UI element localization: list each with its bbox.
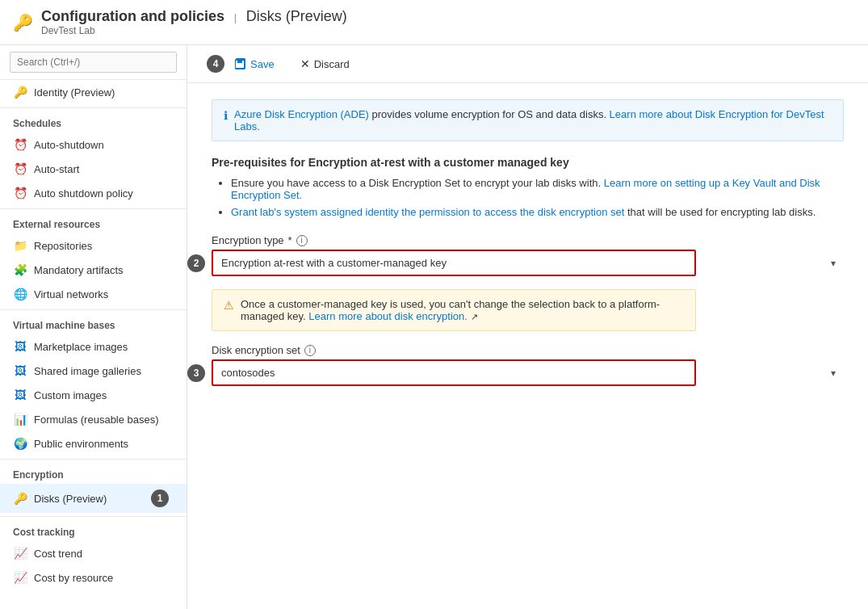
section-title-external-resources: External resources xyxy=(0,208,187,233)
prereq-list: Ensure you have access to a Disk Encrypt… xyxy=(212,177,844,218)
header-subtitle: DevTest Lab xyxy=(41,25,347,36)
sidebar-item-disks-preview-label: Disks (Preview) xyxy=(34,493,107,505)
header-title-block: Configuration and policies | Disks (Prev… xyxy=(41,8,347,36)
sidebar-item-auto-shutdown-policy-label: Auto shutdown policy xyxy=(34,187,133,200)
disk-encryption-set-field: Disk encryption set i 3 contosodes ▾ xyxy=(212,344,844,386)
header-title-sub: Disks (Preview) xyxy=(246,8,347,24)
section-title-vm-bases: Virtual machine bases xyxy=(0,309,187,334)
disk-encryption-set-info-icon[interactable]: i xyxy=(304,345,316,356)
custom-images-icon: 🖼 xyxy=(13,388,27,401)
encryption-type-label: Encryption type * i xyxy=(212,234,844,246)
sidebar-item-public-environments[interactable]: 🌍 Public environments xyxy=(0,431,187,456)
warning-learn-more-link[interactable]: Learn more about disk encryption. xyxy=(308,310,468,322)
sidebar-item-auto-shutdown-label: Auto-shutdown xyxy=(34,139,104,151)
prereq-item-1: Ensure you have access to a Disk Encrypt… xyxy=(231,177,844,201)
auto-shutdown-icon: ⏰ xyxy=(13,138,27,151)
save-label: Save xyxy=(250,58,275,70)
encryption-type-field: Encryption type * i 2 Encryption at-rest… xyxy=(212,234,844,276)
sidebar-item-disks-preview[interactable]: 🔑 Disks (Preview) 1 xyxy=(0,484,187,513)
discard-button[interactable]: ✕ Discard xyxy=(294,54,356,74)
auto-start-icon: ⏰ xyxy=(13,162,27,175)
prereq-title: Pre-requisites for Encryption at-rest wi… xyxy=(212,156,844,169)
section-title-schedules: Schedules xyxy=(0,107,187,132)
discard-label: Discard xyxy=(314,58,350,70)
sidebar-item-auto-shutdown-policy[interactable]: ⏰ Auto shutdown policy xyxy=(0,181,187,205)
save-button[interactable]: 4 Save xyxy=(200,52,281,76)
sidebar-item-mandatory-artifacts-label: Mandatory artifacts xyxy=(34,264,124,276)
sidebar-item-auto-shutdown[interactable]: ⏰ Auto-shutdown xyxy=(0,132,187,157)
warning-icon: ⚠ xyxy=(224,299,234,312)
sidebar-item-formulas-label: Formulas (reusable bases) xyxy=(34,414,159,426)
header-title-main: Configuration and policies xyxy=(41,8,224,24)
marketplace-images-icon: 🖼 xyxy=(13,340,27,353)
toolbar: 4 Save ✕ Discard xyxy=(187,45,868,83)
sidebar-item-virtual-networks[interactable]: 🌐 Virtual networks xyxy=(0,282,187,306)
warning-box: ⚠ Once a customer-managed key is used, y… xyxy=(212,289,696,331)
top-header: 🔑 Configuration and policies | Disks (Pr… xyxy=(0,0,868,45)
prereq-item-2: Grant lab's system assigned identity the… xyxy=(231,206,844,218)
external-link-icon: ↗ xyxy=(471,312,478,321)
info-banner: ℹ Azure Disk Encryption (ADE) provides v… xyxy=(212,99,844,141)
disk-encryption-set-chevron-icon: ▾ xyxy=(831,368,836,379)
step-1-badge: 1 xyxy=(151,489,169,507)
disks-preview-icon: 🔑 xyxy=(13,492,27,505)
encryption-type-info-icon[interactable]: i xyxy=(296,235,308,246)
virtual-networks-icon: 🌐 xyxy=(13,288,27,300)
sidebar-item-marketplace-images-label: Marketplace images xyxy=(34,341,128,353)
sidebar-item-marketplace-images[interactable]: 🖼 Marketplace images xyxy=(0,334,187,359)
disk-encryption-set-select[interactable]: contosodes xyxy=(212,359,696,386)
sidebar-item-repositories[interactable]: 📁 Repositories xyxy=(0,233,187,258)
sidebar-item-shared-image-galleries[interactable]: 🖼 Shared image galleries xyxy=(0,359,187,383)
sidebar-item-identity[interactable]: 🔑 Identity (Preview) xyxy=(0,80,187,104)
disk-encryption-set-label-text: Disk encryption set xyxy=(212,344,300,356)
mandatory-artifacts-icon: 🧩 xyxy=(13,263,27,276)
section-title-cost-tracking: Cost tracking xyxy=(0,516,187,541)
formulas-icon: 📊 xyxy=(13,413,27,426)
discard-icon: ✕ xyxy=(300,57,310,70)
page-body: ℹ Azure Disk Encryption (ADE) provides v… xyxy=(187,83,868,609)
sidebar-item-cost-by-resource[interactable]: 📈 Cost by resource xyxy=(0,565,187,590)
section-title-encryption: Encryption xyxy=(0,459,187,484)
sidebar-item-identity-label: Identity (Preview) xyxy=(34,86,115,99)
info-middle-text: provides volume encryption for OS and da… xyxy=(372,108,610,120)
content-wrapper: 🔑 Identity (Preview) Schedules ⏰ Auto-sh… xyxy=(0,45,868,609)
sidebar-item-public-environments-label: Public environments xyxy=(34,438,128,450)
sidebar-item-auto-start[interactable]: ⏰ Auto-start xyxy=(0,157,187,181)
info-banner-text: Azure Disk Encryption (ADE) provides vol… xyxy=(234,108,832,132)
header-key-icon: 🔑 xyxy=(13,13,33,32)
sidebar-item-repositories-label: Repositories xyxy=(34,240,92,252)
sidebar-item-custom-images-label: Custom images xyxy=(34,389,107,401)
main-content: 4 Save ✕ Discard ℹ Azure Disk Encryption… xyxy=(187,45,868,609)
step-2-badge: 2 xyxy=(187,254,205,272)
public-environments-icon: 🌍 xyxy=(13,437,27,450)
prereq-1-text-before: Ensure you have access to a Disk Encrypt… xyxy=(231,177,604,189)
search-input[interactable] xyxy=(10,52,177,73)
encryption-type-chevron-icon: ▾ xyxy=(831,258,836,269)
sidebar-item-shared-image-galleries-label: Shared image galleries xyxy=(34,365,141,377)
cost-trend-icon: 📈 xyxy=(13,547,27,560)
prereq-2-link[interactable]: Grant lab's system assigned identity the… xyxy=(231,206,624,218)
step-4-badge: 4 xyxy=(207,55,224,73)
disk-encryption-set-select-wrapper: 3 contosodes ▾ xyxy=(212,359,844,386)
info-icon: ℹ xyxy=(224,109,228,122)
ade-link[interactable]: Azure Disk Encryption (ADE) xyxy=(234,108,369,120)
encryption-type-select[interactable]: Encryption at-rest with a platform-manag… xyxy=(212,250,696,276)
sidebar-search-container[interactable] xyxy=(0,45,187,80)
sidebar-item-auto-start-label: Auto-start xyxy=(34,163,79,175)
sidebar-item-custom-images[interactable]: 🖼 Custom images xyxy=(0,383,187,407)
sidebar-item-virtual-networks-label: Virtual networks xyxy=(34,288,108,300)
identity-icon: 🔑 xyxy=(13,86,27,99)
auto-shutdown-policy-icon: ⏰ xyxy=(13,187,27,200)
sidebar-item-mandatory-artifacts[interactable]: 🧩 Mandatory artifacts xyxy=(0,258,187,282)
sidebar-item-cost-trend[interactable]: 📈 Cost trend xyxy=(0,541,187,565)
warning-text-container: Once a customer-managed key is used, you… xyxy=(241,298,684,322)
header-separator: | xyxy=(234,11,237,23)
sidebar-item-cost-trend-label: Cost trend xyxy=(34,548,82,560)
shared-image-galleries-icon: 🖼 xyxy=(13,364,27,377)
encryption-type-label-text: Encryption type xyxy=(212,234,284,246)
prereq-2-text-after: that will be used for encrypting lab dis… xyxy=(627,206,816,218)
step-3-badge: 3 xyxy=(187,364,205,382)
sidebar-item-formulas[interactable]: 📊 Formulas (reusable bases) xyxy=(0,407,187,431)
sidebar: 🔑 Identity (Preview) Schedules ⏰ Auto-sh… xyxy=(0,45,187,609)
sidebar-item-cost-by-resource-label: Cost by resource xyxy=(34,572,113,584)
